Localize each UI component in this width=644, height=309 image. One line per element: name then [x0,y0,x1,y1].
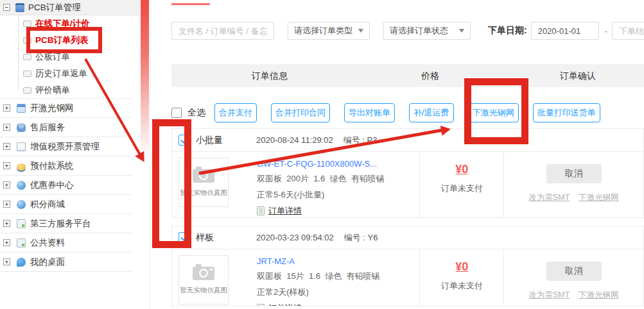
camera-icon [193,167,214,183]
camera-icon [193,264,214,280]
content-left-border [150,0,150,309]
order-detail-link[interactable]: 订单详情 [268,205,302,217]
sidebar-item-public-resources[interactable]: 公共资料 [0,233,132,253]
order-type: 小批量 [196,135,239,146]
invoice-icon [17,142,26,151]
chevron-down-icon [459,29,464,33]
export-statement-button[interactable]: 导出对账单 [344,103,395,122]
sidebar-item-coupon-center[interactable]: 优惠券中心 [0,176,132,195]
order-row: 样板 2020-03-23 09:54:02 编号 : Y6 暂无实物仿真图 [171,226,644,306]
pcb-order-management-page: PCB订单管理 在线下单/计价 PCB订单列表 公板订单 历史订单返单 [0,0,644,309]
sidebar-item-laser-stencil[interactable]: 开激光钢网 [0,99,132,118]
delivery-time: 正常5-6天(小批量) [257,189,385,201]
date-range-separator: - [605,26,607,36]
menu-item-icon [23,87,31,94]
order-info-cell: 暂无实物仿真图 GW-ET-C-FQG-1100X800W-S... 双面板 2… [172,152,419,218]
sidebar: PCB订单管理 在线下单/计价 PCB订单列表 公板订单 历史订单返单 [0,0,140,309]
order-code: 编号 : Y6 [344,232,378,244]
merge-pay-button[interactable]: 合并支付 [214,103,257,122]
document-icon [257,206,265,215]
order-checkbox[interactable] [178,232,189,243]
expand-plus-icon[interactable] [3,162,10,169]
order-laser-stencil-link[interactable]: 下激光钢网 [579,192,619,203]
menu-item-icon [23,21,31,27]
expand-plus-icon[interactable] [3,258,10,265]
order-checkbox[interactable] [178,135,189,146]
collapse-minus-icon[interactable] [3,4,10,11]
sidebar-item-after-sales[interactable]: 售后服务 [0,118,132,137]
filter-bar: 请选择订单类型 请选择订单状态 下单日期: - [171,21,644,40]
resources-icon [17,238,26,247]
board-specs: 双面板 15片 1.6 绿色 有铅喷锡 [257,271,379,282]
order-price-cell: ¥0 订单未支付 [419,249,503,306]
order-detail-link[interactable]: 订单详情 [268,303,302,306]
order-date-label: 下单日期: [488,25,527,37]
header-order-confirm: 订单确认 [560,64,596,87]
board-image-placeholder: 暂无实物仿真图 [178,158,229,207]
sidebar-item-prepay-system[interactable]: 预付款系统 [0,156,132,176]
order-row-header: 小批量 2020-08-24 11:29:02 编号 : P3 [172,129,643,152]
board-specs: 双面板 200片 1.6 绿色 有铅喷锡 [257,173,385,185]
cancel-button[interactable]: 取消 [546,164,602,183]
select-all-checkbox[interactable] [171,108,182,118]
expand-plus-icon[interactable] [3,104,10,112]
expand-plus-icon[interactable] [3,143,10,150]
order-status-select[interactable]: 请选择订单状态 [383,22,471,40]
menu-item-icon [23,54,31,60]
sidebar-group-label: PCB订单管理 [28,2,81,13]
sidebar-item-review-orders[interactable]: 评价晒单 [0,82,132,99]
desktop-icon [17,258,26,267]
order-confirm-cell: 取消 改为需SMT 下激光钢网 [503,152,643,218]
date-from-input[interactable] [531,22,599,40]
order-price[interactable]: ¥0 [455,163,468,176]
sidebar-group-pcb-order-management[interactable]: PCB订单管理 [0,0,140,15]
points-icon [17,200,26,209]
expand-plus-icon[interactable] [3,239,10,246]
order-datetime: 2020-03-23 09:54:02 [256,233,334,242]
order-price[interactable]: ¥0 [455,260,468,274]
expand-plus-icon[interactable] [3,220,10,227]
after-sales-icon [17,123,26,132]
batch-print-delivery-button[interactable]: 批量打印送货单 [533,103,600,122]
sidebar-item-vat-invoice[interactable]: 增值税票开票管理 [0,137,132,156]
menu-item-icon [23,71,31,77]
order-price-cell: ¥0 订单未支付 [419,152,503,218]
order-laser-stencil-button[interactable]: 下激光钢网 [468,103,519,122]
sidebar-item-public-board-orders[interactable]: 公板订单 [0,49,132,65]
order-laser-stencil-link[interactable]: 下激光钢网 [579,290,619,301]
merge-print-contract-button[interactable]: 合并打印合同 [271,103,330,122]
sidebar-item-third-party-platform[interactable]: 第三方服务平台 [0,214,132,233]
product-name-link[interactable]: JRT-MZ-A [257,256,379,266]
order-row-body: 暂无实物仿真图 JRT-MZ-A 双面板 15片 1.6 绿色 有铅喷锡 正常2… [172,249,643,306]
select-all-label: 全选 [187,107,205,119]
order-row-body: 暂无实物仿真图 GW-ET-C-FQG-1100X800W-S... 双面板 2… [172,152,643,218]
order-row: 小批量 2020-08-24 11:29:02 编号 : P3 暂无实物仿真图 [171,128,644,218]
product-name-link[interactable]: GW-ET-C-FQG-1100X800W-S... [257,159,385,169]
expand-plus-icon[interactable] [3,181,10,188]
sidebar-item-points-mall[interactable]: 积分商城 [0,195,132,214]
expand-plus-icon[interactable] [3,124,10,131]
order-type-select[interactable]: 请选择订单类型 [288,22,370,40]
batch-toolbar: 全选 合并支付 合并打印合同 导出对账单 补/退运费 下激光钢网 批量打印送货单 [171,103,614,122]
order-datetime: 2020-08-24 11:29:02 [256,135,333,145]
date-to-input[interactable] [612,22,644,40]
change-to-smt-link[interactable]: 改为需SMT [528,290,570,301]
keyword-input[interactable] [171,22,274,40]
platform-icon [17,219,26,228]
document-icon [257,304,265,306]
sidebar-item-history-reorder[interactable]: 历史订单返单 [0,65,132,82]
refund-shipping-button[interactable]: 补/退运费 [409,103,454,122]
change-to-smt-link[interactable]: 改为需SMT [528,192,570,203]
cancel-button[interactable]: 取消 [546,262,602,281]
expand-plus-icon[interactable] [3,201,10,208]
header-order-info: 订单信息 [252,64,288,87]
payment-status: 订单未支付 [441,280,483,292]
delivery-time: 正常2天(样板) [257,287,379,298]
payment-status: 订单未支付 [441,183,483,194]
sidebar-item-my-desktop[interactable]: 我的桌面 [0,253,132,272]
sidebar-item-pcb-order-list[interactable]: PCB订单列表 [0,32,132,49]
order-management-icon [15,3,24,12]
order-detail-lines: JRT-MZ-A 双面板 15片 1.6 绿色 有铅喷锡 正常2天(样板) 订单… [257,249,379,306]
board-image-placeholder: 暂无实物仿真图 [178,255,229,305]
sidebar-item-online-order[interactable]: 在线下单/计价 [0,15,132,32]
